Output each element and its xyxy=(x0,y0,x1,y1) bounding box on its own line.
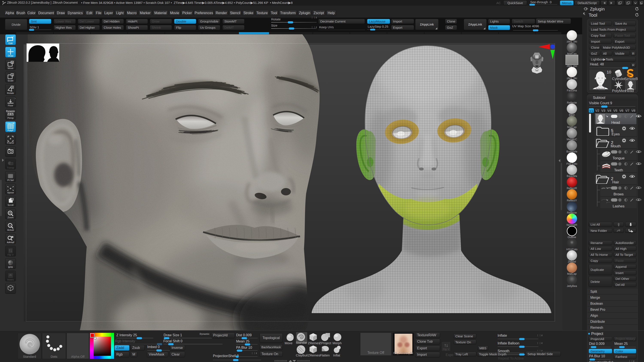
svg-text:S: S xyxy=(12,74,13,76)
svg-text:Dynamic: Dynamic xyxy=(6,110,15,112)
svg-text:1: 1 xyxy=(10,225,10,227)
svg-text:⋮z: ⋮z xyxy=(13,97,16,99)
svg-text:R: R xyxy=(12,86,13,89)
svg-text:M: M xyxy=(12,61,13,64)
svg-text:Line Fill: Line Fill xyxy=(7,122,14,124)
